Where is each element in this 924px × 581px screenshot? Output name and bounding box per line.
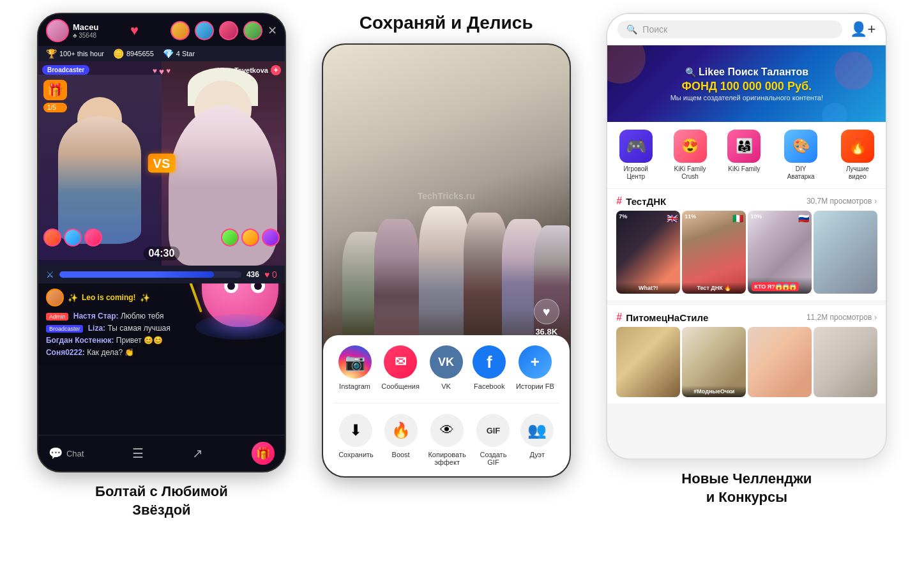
- save-label: Сохранить: [338, 451, 374, 458]
- avatar-2: [195, 21, 214, 40]
- action-row: ⬇ Сохранить 🔥 Boost 👁 Копироватьэффект G…: [333, 414, 559, 466]
- action-save[interactable]: ⬇ Сохранить: [338, 414, 374, 466]
- share-vk[interactable]: VK VK: [430, 345, 463, 390]
- vid-percent: 11%: [685, 213, 696, 220]
- reward-stars: 💎 4 Star: [163, 49, 195, 59]
- video-thumb-7[interactable]: [748, 327, 812, 397]
- admin-badge: Admin: [46, 313, 69, 321]
- vid-flag: 🇬🇧: [667, 213, 678, 223]
- search-box[interactable]: 🔍 Поиск: [617, 20, 842, 38]
- user-info: Maceu ♣ 35648: [46, 19, 98, 42]
- score-badge: 436: [246, 270, 259, 279]
- action-boost[interactable]: 🔥 Boost: [384, 414, 418, 466]
- facebook-label: Facebook: [474, 382, 504, 390]
- share-messages[interactable]: ✉ Сообщения: [381, 345, 420, 390]
- categories-bar: 🎮 ИгровойЦентр 😍 KiKi FamilyCrush 👨‍👩‍👧 …: [607, 122, 886, 189]
- category-game[interactable]: 🎮 ИгровойЦентр: [619, 130, 653, 181]
- category-best-videos[interactable]: 🔥 Лучшиевидео: [841, 130, 874, 181]
- instagram-icon: 📷: [338, 345, 372, 379]
- fb-stories-label: Истории FB: [516, 382, 554, 390]
- video-content: TechTricks.ru ♥ 36.8K: [323, 45, 570, 347]
- score-heart: ♥ 0: [264, 269, 277, 280]
- category-kiki-family[interactable]: 👨‍👩‍👧 KiKi Family: [727, 130, 761, 181]
- trending-section-1: # ТестДНК 30,7М просмотров › 7% 🇬🇧 What?…: [607, 189, 886, 300]
- action-duet[interactable]: 👥 Дуэт: [520, 414, 554, 466]
- banner-circle-1: [607, 45, 646, 84]
- share-divider: [333, 403, 559, 404]
- kiki-family-icon: 👨‍👩‍👧: [727, 130, 761, 163]
- chat-text: Люблю тебя: [121, 312, 164, 321]
- instagram-label: Instagram: [339, 382, 370, 390]
- chat-button[interactable]: 💬 Chat: [49, 446, 84, 460]
- video-thumb-6[interactable]: #МодныеОчки: [682, 327, 746, 397]
- video-thumb-1[interactable]: 7% 🇬🇧 What?!: [616, 211, 680, 294]
- gif-icon: GIF: [476, 414, 510, 447]
- middle-title: Сохраняй и Делись: [360, 13, 533, 33]
- video-thumb-5[interactable]: [616, 327, 680, 397]
- banner-title-line1: 🔍 Likee Поиск Талантов: [670, 66, 823, 79]
- chat-name: Liza:: [88, 324, 105, 333]
- trophy-icon: 🏆: [46, 49, 57, 59]
- chat-message-4: Соня0222: Как дела? 👏: [46, 348, 277, 357]
- video-grid-2: #МодныеОчки: [607, 327, 886, 404]
- video-thumb-8[interactable]: [814, 327, 877, 397]
- share-instagram[interactable]: 📷 Instagram: [338, 345, 372, 390]
- close-button[interactable]: ✕: [268, 24, 277, 38]
- participant-avatar: [221, 229, 239, 246]
- trend-title-1: # ТестДНК: [616, 195, 666, 207]
- category-family-crush[interactable]: 😍 KiKi FamilyCrush: [674, 130, 707, 181]
- action-create-gif[interactable]: GIF СоздатьGIF: [476, 414, 510, 466]
- chat-name: Настя Стар:: [73, 312, 119, 321]
- chat-text: Привет 😊😊: [116, 336, 163, 345]
- chevron-right-icon: ›: [874, 313, 877, 322]
- vid-label: What?!: [620, 285, 676, 291]
- left-caption: Болтай с ЛюбимойЗвёздой: [95, 483, 228, 519]
- phone-right: 🔍 Поиск 👤+ 🔍 Likee Поиск Талантов ФОНД 1…: [606, 13, 887, 460]
- timer: 04:30: [143, 246, 179, 260]
- video-grid-1: 7% 🇬🇧 What?! 11% 🇮🇹 Тест ДНК 🔥: [607, 211, 886, 300]
- like-heart-button[interactable]: ♥: [534, 299, 559, 324]
- category-diy[interactable]: 🎨 DIY Аватарка: [782, 130, 820, 181]
- avatar: [46, 19, 69, 42]
- video-thumb-2[interactable]: 11% 🇮🇹 Тест ДНК 🔥: [682, 211, 746, 294]
- vid-percent: 7%: [619, 213, 627, 220]
- chat-icon: 💬: [49, 446, 63, 460]
- chat-text: Ты самая лучшая: [107, 324, 170, 333]
- diy-icon: 🎨: [784, 130, 817, 163]
- messages-label: Сообщения: [381, 382, 420, 390]
- vk-icon: VK: [430, 345, 463, 379]
- boost-icon: 🔥: [384, 414, 418, 447]
- battle-area: Broadcaster 🎁 1/5 Kate Ts: [38, 61, 285, 266]
- video-thumb-4[interactable]: [814, 211, 877, 294]
- user-add-icon[interactable]: 👤+: [850, 21, 875, 38]
- gift-button[interactable]: 🎁: [252, 442, 275, 465]
- heart-icon[interactable]: ♥: [130, 22, 139, 39]
- share-icon[interactable]: ↗: [192, 446, 203, 461]
- share-panel: 📷 Instagram ✉ Сообщения VK VK f Facebook: [323, 335, 570, 476]
- video-thumb-3[interactable]: 10% 🇷🇺 КТО Я?😱😱😱: [748, 211, 812, 294]
- mascot-glow: [195, 314, 285, 340]
- search-input[interactable]: Поиск: [642, 24, 667, 34]
- entering-avatar: [46, 289, 64, 306]
- entering-text: Leo is coming!: [82, 293, 136, 302]
- broadcaster-label: Broadcaster: [42, 65, 89, 75]
- reward-hourly: 🏆 100+ this hour: [46, 49, 104, 59]
- message-icon: ✉: [384, 345, 417, 379]
- share-row: 📷 Instagram ✉ Сообщения VK VK f Facebook: [333, 345, 559, 390]
- hash-icon-2: #: [616, 312, 622, 323]
- banner: 🔍 Likee Поиск Талантов ФОНД 100 000 000 …: [607, 45, 886, 122]
- share-facebook[interactable]: f Facebook: [473, 345, 506, 390]
- progress-area: ⚔ 436 ♥ 0: [38, 266, 285, 283]
- phone-bottom-bar: 💬 Chat ☰ ↗ 🎁: [38, 435, 285, 471]
- action-copy-effect[interactable]: 👁 Копироватьэффект: [428, 414, 466, 466]
- copy-effect-label: Копироватьэффект: [428, 451, 466, 466]
- battle-icon: ⚔: [46, 269, 54, 280]
- menu-icon[interactable]: ☰: [132, 446, 144, 461]
- broadcaster-figure: [58, 116, 141, 244]
- add-icon[interactable]: +: [271, 65, 281, 75]
- vid-flag: 🇮🇹: [732, 213, 743, 223]
- diy-label: DIY Аватарка: [782, 165, 820, 181]
- progress-fill: [59, 271, 214, 278]
- phone-middle: TechTricks.ru ♥ 36.8K 📷 Instagram ✉ Сооб…: [322, 43, 571, 478]
- share-fb-stories[interactable]: + Истории FB: [516, 345, 554, 390]
